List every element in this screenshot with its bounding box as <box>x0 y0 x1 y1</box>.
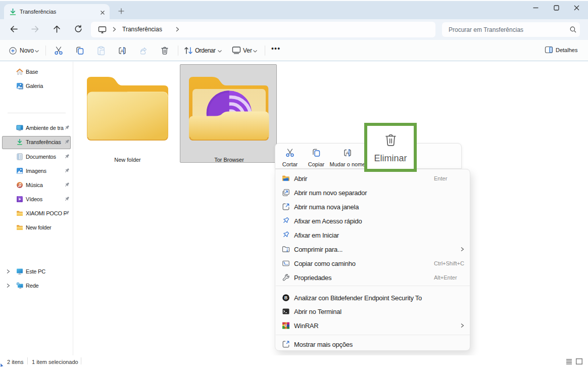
svg-text:B: B <box>284 295 288 300</box>
